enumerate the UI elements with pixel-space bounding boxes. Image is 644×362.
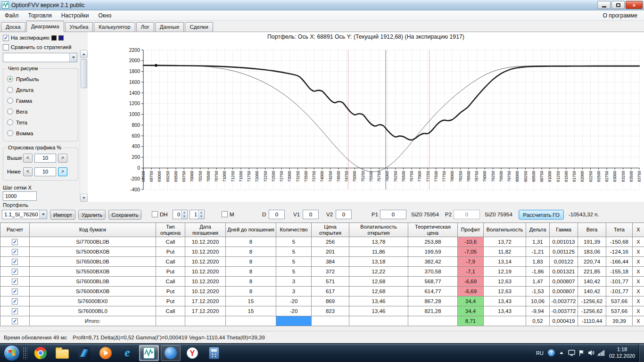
start-button[interactable]: [4, 345, 20, 361]
tab-deals[interactable]: Сделки: [185, 22, 213, 32]
tab-smile[interactable]: Улыбка: [65, 22, 93, 32]
calc-checkbox-cell[interactable]: [0, 267, 30, 277]
column-header[interactable]: Цена открытия: [312, 223, 349, 237]
column-header[interactable]: Тета: [606, 223, 633, 237]
tray-display-icon[interactable]: [568, 349, 576, 357]
calc-checkbox[interactable]: [12, 279, 18, 285]
hidden-icons-button[interactable]: [558, 349, 565, 357]
delete-position-button[interactable]: X: [633, 257, 644, 267]
above-decrease-button[interactable]: <: [23, 154, 33, 163]
scroll-up-button[interactable]: [80, 50, 88, 58]
p1-input[interactable]: [380, 210, 406, 219]
draw-option-vega[interactable]: Вега: [7, 106, 75, 117]
close-button[interactable]: ×: [626, 1, 643, 9]
calc-checkbox[interactable]: [12, 269, 18, 275]
optionfvv-taskbar-button[interactable]: [139, 345, 159, 361]
yandex-browser-taskbar-button[interactable]: [182, 345, 202, 361]
calc-checkbox-cell[interactable]: [0, 296, 30, 306]
delete-position-button[interactable]: X: [633, 237, 644, 247]
compare-strategy-checkbox[interactable]: Сравнить со стратегией: [3, 44, 71, 50]
draw-option-gamma[interactable]: Гамма: [7, 95, 75, 106]
m-checkbox[interactable]: M: [222, 211, 234, 217]
grid-step-input[interactable]: [3, 191, 37, 201]
delete-position-button[interactable]: X: [633, 247, 644, 257]
title-bar[interactable]: OptionFVV версия 2.1 public ×: [0, 0, 644, 10]
internet-explorer-taskbar-button[interactable]: [117, 345, 137, 361]
network-icon[interactable]: [597, 349, 605, 357]
calc-go-button[interactable]: Рассчитать ГО: [519, 210, 564, 220]
volume-icon[interactable]: [587, 349, 595, 357]
menu-settings[interactable]: Настройки: [57, 10, 94, 20]
import-button[interactable]: Импорт: [50, 210, 75, 220]
calc-checkbox[interactable]: [12, 288, 18, 295]
delete-position-button[interactable]: X: [633, 296, 644, 306]
above-increase-button[interactable]: >: [58, 154, 67, 163]
column-header[interactable]: Гамма: [550, 223, 578, 237]
calculator-taskbar-button[interactable]: [204, 345, 224, 361]
calc-checkbox-cell[interactable]: [0, 306, 30, 316]
column-header[interactable]: Количество: [276, 223, 312, 237]
menu-window[interactable]: Окно: [94, 10, 116, 20]
portfolio-selector[interactable]: 1.1_SI_76260: [2, 210, 47, 219]
delete-position-button[interactable]: X: [633, 267, 644, 277]
calc-checkbox-cell[interactable]: [0, 316, 30, 326]
chrome-browser-taskbar-button[interactable]: [31, 345, 50, 361]
draw-option-theta[interactable]: Тета: [7, 117, 75, 128]
column-header[interactable]: Вега: [578, 223, 606, 237]
v1-input[interactable]: [303, 210, 319, 219]
scroll-down-button[interactable]: [80, 194, 88, 202]
v2-input[interactable]: [336, 210, 352, 219]
menu-about[interactable]: О программе: [598, 10, 644, 20]
column-header[interactable]: Дней до погашения: [226, 223, 276, 237]
dh-spinner-1[interactable]: [173, 210, 188, 219]
clock[interactable]: 1:18 02.12.2020: [609, 346, 635, 360]
calc-checkbox-cell[interactable]: [0, 247, 30, 257]
spinner-arrows-icon[interactable]: [198, 210, 204, 219]
column-header[interactable]: Дельта: [526, 223, 550, 237]
delete-position-button[interactable]: X: [633, 287, 644, 296]
delete-position-button[interactable]: X: [633, 316, 644, 326]
blue-app-taskbar-button[interactable]: [161, 345, 181, 361]
column-header[interactable]: Профит: [458, 223, 484, 237]
below-increase-button[interactable]: >: [58, 167, 67, 176]
player-orange-taskbar-button[interactable]: [96, 345, 116, 361]
column-header[interactable]: Теоретическая цена: [408, 223, 458, 237]
save-button[interactable]: Сохранить: [108, 210, 141, 220]
calc-checkbox-cell[interactable]: [0, 257, 30, 267]
column-header[interactable]: Расчет: [0, 223, 30, 237]
tab-board[interactable]: Доска: [1, 22, 25, 32]
tab-data[interactable]: Данные: [155, 22, 184, 32]
expiration-checkbox[interactable]: На экспирацию: [3, 35, 50, 41]
spinner-arrows-icon[interactable]: [181, 210, 187, 219]
dh-spinner-1-value[interactable]: [173, 210, 181, 219]
menu-trading[interactable]: Торговля: [24, 10, 57, 20]
sidebar-scrollbar[interactable]: [80, 50, 88, 202]
draw-option-delta[interactable]: Дельта: [7, 84, 75, 95]
p2-input[interactable]: [454, 210, 480, 219]
file-explorer-taskbar-button[interactable]: [52, 345, 72, 361]
below-decrease-button[interactable]: <: [23, 167, 33, 176]
calc-checkbox[interactable]: [12, 298, 18, 304]
tab-log[interactable]: Лог: [136, 22, 154, 32]
tab-calculator[interactable]: Калькулятор: [94, 22, 135, 32]
strategy-selector[interactable]: [3, 53, 77, 62]
maximize-button[interactable]: [611, 1, 625, 9]
dh-checkbox[interactable]: DH: [152, 211, 168, 217]
calc-checkbox[interactable]: [12, 259, 18, 265]
calc-checkbox[interactable]: [12, 318, 18, 324]
below-percent-input[interactable]: [34, 167, 56, 176]
delete-portfolio-button[interactable]: Удалить: [78, 210, 106, 220]
calc-checkbox-cell[interactable]: [0, 287, 30, 296]
delete-position-button[interactable]: X: [633, 306, 644, 316]
show-desktop-button[interactable]: [639, 344, 644, 362]
column-header[interactable]: Код бумаги: [30, 223, 156, 237]
column-header[interactable]: X: [633, 223, 644, 237]
column-header[interactable]: Волатильность открытия: [349, 223, 408, 237]
language-indicator[interactable]: RU: [533, 350, 546, 356]
calc-checkbox[interactable]: [12, 239, 18, 245]
expiration-color-swatch[interactable]: [51, 35, 57, 41]
action-center-flag-icon[interactable]: [578, 349, 586, 357]
media-app-taskbar-button[interactable]: [74, 345, 94, 361]
calc-checkbox-cell[interactable]: [0, 277, 30, 287]
tray-help-icon[interactable]: ?: [547, 349, 555, 357]
